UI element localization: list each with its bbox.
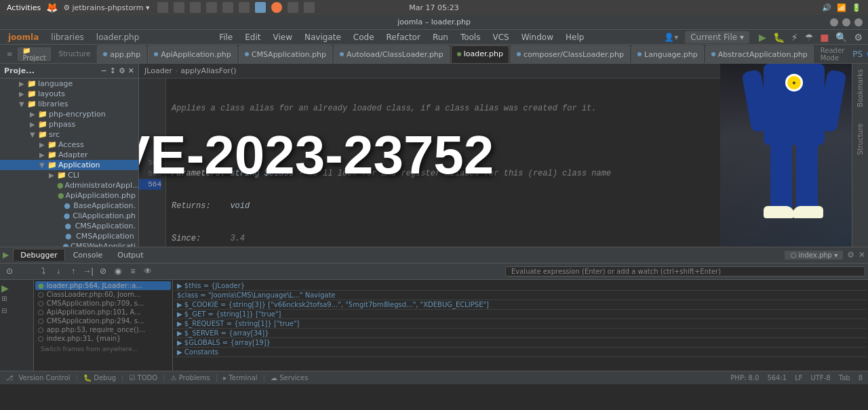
menu-window[interactable]: Window	[516, 31, 559, 43]
close-sidebar-icon[interactable]: ✕	[128, 66, 134, 75]
var-row-server[interactable]: ▶ $_SERVER = {array[34]}	[174, 329, 867, 338]
bookmarks-label[interactable]: Bookmarks	[856, 69, 864, 107]
speaker-icon[interactable]: 🔊	[822, 3, 831, 12]
evaluate-btn[interactable]: ≡	[126, 265, 140, 277]
tree-item-base-app[interactable]: ● BaseApplication.	[0, 201, 138, 211]
stack-frame-4[interactable]: ○ CMSApplication.php:294, s...	[35, 316, 171, 325]
stack-frame-5[interactable]: ○ app.php:53, require_once()...	[35, 325, 171, 334]
tree-item-php-encryption[interactable]: ▶ 📁 php-encryption	[0, 109, 138, 119]
debug-close-icon[interactable]: ✕	[859, 250, 865, 260]
run-button[interactable]: ▶	[756, 32, 769, 43]
coverage-button[interactable]: ☂	[802, 32, 816, 43]
menu-vcs[interactable]: VCS	[487, 31, 514, 43]
collapse-icon[interactable]: −	[100, 66, 106, 75]
services-label[interactable]: ☁ Services	[271, 374, 308, 382]
tree-item-api-app[interactable]: ● ApiApplication.php	[0, 190, 138, 201]
menu-edit[interactable]: Edit	[239, 31, 266, 43]
step-over-btn[interactable]: ⊙	[3, 265, 16, 277]
breadcrumb-jloader[interactable]: JLoader	[144, 66, 172, 75]
tab-console[interactable]: Console	[66, 249, 110, 261]
reader-mode-btn[interactable]: Reader Mode	[815, 45, 850, 63]
debug-icon3[interactable]: ⊟	[1, 307, 12, 318]
menu-navigate[interactable]: Navigate	[299, 31, 347, 43]
stack-frame-3[interactable]: ○ ApiApplication.php:101, A...	[35, 308, 171, 316]
file-tab-api[interactable]: ApiApplication.php	[148, 45, 237, 63]
stop-button[interactable]: ■	[817, 32, 831, 43]
step-over-btn2[interactable]: ⤵	[37, 265, 50, 277]
debug-run-icon[interactable]: ▶	[3, 250, 9, 260]
file-tab-language[interactable]: Language.php	[631, 45, 704, 63]
problems-label[interactable]: ⚠ Problems	[171, 374, 210, 382]
file-tab-app[interactable]: app.php	[97, 45, 146, 63]
tab-debugger[interactable]: Debugger	[13, 249, 64, 261]
terminal-label[interactable]: ▸ Terminal	[223, 374, 257, 382]
var-row-class[interactable]: $class = "Joomla\CMS\Language\L..." Navi…	[174, 291, 867, 300]
menu-refactor[interactable]: Refactor	[381, 31, 426, 43]
menu-code[interactable]: Code	[348, 31, 380, 43]
battery-icon[interactable]: 🔋	[852, 3, 861, 12]
var-row-request[interactable]: ▶ $_REQUEST = {string[1]} ["true"]	[174, 319, 867, 329]
structure-tab[interactable]: Structure	[55, 49, 95, 59]
debug-settings-icon[interactable]: ⚙	[847, 250, 854, 260]
project-tab[interactable]: 📁 Project	[18, 47, 50, 61]
maximize-button[interactable]	[842, 18, 850, 26]
version-control-label[interactable]: Version Control	[19, 374, 71, 382]
debug-label[interactable]: 🐛 Debug	[83, 374, 116, 382]
profile-button[interactable]: ⚡	[789, 32, 801, 43]
tree-item-cli[interactable]: ▶ 📁 CLI	[0, 170, 138, 180]
todo-label[interactable]: ☑ TODO	[129, 374, 157, 382]
search-everywhere-btn[interactable]: 🔍	[833, 32, 850, 43]
run-to-cursor-btn[interactable]: →|	[81, 265, 95, 277]
debug-run-button[interactable]: 🐛	[770, 32, 787, 43]
tree-item-language[interactable]: ▶ 📁 language	[0, 79, 138, 89]
file-tab-loader[interactable]: loader.php	[451, 45, 509, 63]
view-breakpoints-btn[interactable]: ◉	[111, 265, 125, 277]
tree-item-cmsweb-app[interactable]: ● CMSWebApplicati	[0, 241, 138, 247]
tree-item-cli-app[interactable]: ● CliApplication.ph	[0, 211, 138, 221]
mute-breakpoints-btn[interactable]: ⊘	[96, 265, 110, 277]
tab-output[interactable]: Output	[111, 249, 150, 261]
step-into-btn[interactable]: ↓	[52, 265, 65, 277]
menu-run[interactable]: Run	[427, 31, 454, 43]
tree-item-cms-app[interactable]: ● CMSApplication.	[0, 221, 138, 231]
tree-item-phpass[interactable]: ▶ 📁 phpass	[0, 119, 138, 129]
close-button[interactable]	[854, 18, 863, 26]
tree-item-cms-app2[interactable]: ● CMSApplication	[0, 231, 138, 241]
git-icon[interactable]: ⎇	[5, 374, 14, 382]
tree-item-libraries[interactable]: ▼ 📁 libraries	[0, 99, 138, 109]
file-tab-autoload[interactable]: Autoload/ClassLoader.php	[334, 45, 450, 63]
tree-item-access[interactable]: ▶ 📁 Access	[0, 140, 138, 150]
debug-icon1[interactable]: ▶	[1, 283, 12, 293]
file-tab-composer[interactable]: composer/ClassLoader.php	[511, 45, 630, 63]
menu-view[interactable]: View	[267, 31, 297, 43]
structure-label[interactable]: Structure	[856, 123, 864, 155]
tree-item-src[interactable]: ▼ 📁 src	[0, 129, 138, 140]
network-icon[interactable]: 📶	[837, 3, 846, 12]
stack-frame-2[interactable]: ○ CMSApplication.php:709, s...	[35, 299, 171, 308]
tree-item-layouts[interactable]: ▶ 📁 layouts	[0, 89, 138, 99]
debug-icon2[interactable]: ⊞	[1, 295, 12, 306]
step-out-btn[interactable]: ↑	[66, 265, 80, 277]
tree-item-application[interactable]: ▼ 📁 Application	[0, 160, 138, 170]
current-file-dropdown[interactable]: Current File ▾	[685, 31, 749, 43]
var-row-cookie[interactable]: ▶ $_COOKIE = {string[3]} ["v66ncksk2tofs…	[174, 300, 867, 310]
minimize-button[interactable]	[830, 18, 838, 26]
sidebar-toggle[interactable]: ≡	[3, 49, 16, 59]
menu-file[interactable]: File	[214, 31, 238, 43]
code-lines[interactable]: Applies a class alias for an already loa…	[166, 79, 720, 247]
var-row-globals[interactable]: ▶ $GLOBALS = {array[19]}	[174, 338, 867, 348]
gear-icon[interactable]: ⚙	[119, 66, 125, 75]
var-row-constants[interactable]: ▶ Constants	[174, 348, 867, 357]
watches-btn[interactable]: 👁	[141, 265, 155, 277]
var-row-get[interactable]: ▶ $_GET = {string[1]} ["true"]	[174, 310, 867, 319]
var-row-this[interactable]: ▶ $this = {JLoader}	[174, 281, 867, 291]
stack-frame-0[interactable]: ● loader.php:564, JLoader::a...	[35, 281, 171, 290]
code-content[interactable]: 562 563 564 Applies a class alias for an…	[139, 79, 720, 247]
stack-frame-1[interactable]: ○ ClassLoader.php:60, Joom...	[35, 290, 171, 299]
stack-frame-6[interactable]: ○ index.php:31, {main}	[35, 334, 171, 343]
file-tab-cms[interactable]: CMSApplication.php	[239, 45, 332, 63]
user-icon[interactable]: 👤▾	[658, 31, 684, 43]
sync-icon[interactable]: ↕	[110, 66, 116, 75]
breadcrumb-method[interactable]: applyAliasFor()	[180, 66, 236, 75]
menu-help[interactable]: Help	[560, 31, 589, 43]
